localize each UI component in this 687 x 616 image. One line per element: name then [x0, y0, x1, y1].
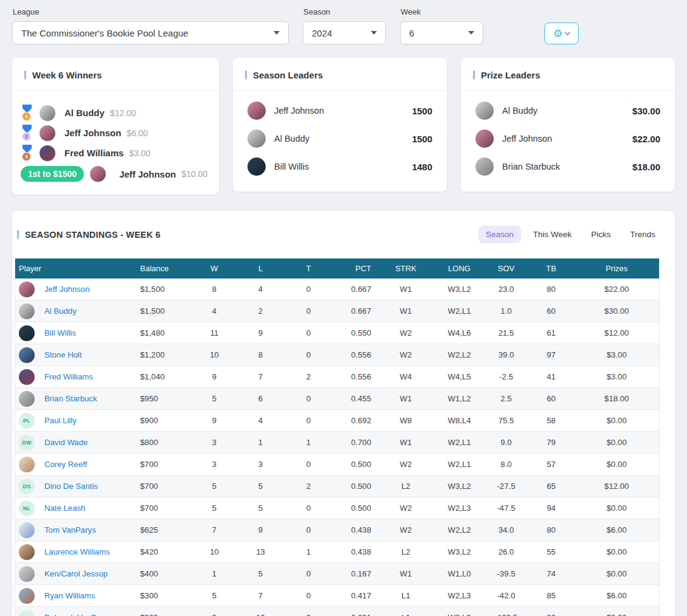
- settings-button[interactable]: ⚙: [544, 22, 579, 44]
- filter-bar: League The Commissioner's Bookie Pool Le…: [0, 0, 687, 44]
- avatar: [247, 157, 266, 176]
- season-leaders-title: Season Leaders: [253, 70, 323, 80]
- avatar: [19, 347, 35, 363]
- leader-row: Brian Starbuck $18.00: [475, 153, 660, 181]
- table-row: Ryan Williams $300570 0.417L1W2,L3-42.0 …: [15, 585, 660, 607]
- table-row: Tom VanParys $625790 0.438W2W2,L234.0 80…: [15, 519, 660, 541]
- leader-name: Al Buddy: [502, 106, 537, 116]
- column-header: LONG: [435, 258, 485, 279]
- leader-name: Brian Starbuck: [502, 162, 560, 171]
- league-select[interactable]: The Commissioner's Bookie Pool League: [12, 21, 289, 44]
- accent-bar: [245, 71, 247, 80]
- column-header: SOV: [485, 258, 528, 279]
- week-select[interactable]: 6: [400, 21, 483, 44]
- column-header: Player: [15, 258, 137, 279]
- avatar: [247, 102, 266, 120]
- season-select[interactable]: 2024: [303, 21, 386, 44]
- season-field: Season 2024: [303, 6, 386, 44]
- avatar: [19, 544, 35, 560]
- table-row: DS Dino De Santis $700552 0.500L2W3,L2-2…: [15, 476, 660, 497]
- player-link[interactable]: Ken/Carol Jessop: [44, 569, 108, 578]
- medal-rank: 2: [22, 132, 31, 141]
- player-link[interactable]: Paul Lilly: [44, 416, 77, 425]
- caret-down-icon: [274, 31, 280, 35]
- winner-amount: $6.00: [126, 128, 148, 138]
- leader-row: Jeff Johnson $22.00: [475, 125, 660, 153]
- standings-tab[interactable]: Trends: [623, 226, 663, 243]
- winner-name: Al Buddy: [64, 108, 105, 118]
- table-row: NL Nate Leash $700550 0.500W2W2,L3-47.5 …: [15, 497, 660, 519]
- standings-tab[interactable]: Picks: [584, 226, 618, 243]
- standings-tab[interactable]: Season: [478, 226, 521, 243]
- week-field: Week 6: [400, 6, 483, 44]
- winner-name: Jeff Johnson: [64, 128, 121, 138]
- player-link[interactable]: Ryan Williams: [44, 591, 95, 600]
- player-link[interactable]: Al Buddy: [44, 306, 77, 316]
- column-header: Prizes: [575, 258, 660, 279]
- player-link[interactable]: Corey Reeff: [44, 460, 87, 469]
- leader-value: 1480: [412, 162, 432, 172]
- season-select-value: 2024: [312, 28, 332, 38]
- table-row: PL Paul Lilly $900940 0.692W8W8,L475.5 5…: [15, 410, 660, 432]
- leader-row: Al Buddy $30.00: [475, 97, 660, 125]
- column-header: PCT: [333, 258, 378, 279]
- week-winners-header: Week 6 Winners: [12, 58, 219, 91]
- avatar: [19, 369, 35, 385]
- week-winners-title: Week 6 Winners: [32, 70, 102, 80]
- avatar: DS: [19, 479, 35, 494]
- table-body: Jeff Johnson $1,500840 0.667W1W3,L223.0 …: [15, 279, 660, 616]
- avatar: PL: [19, 413, 35, 429]
- avatar: [90, 166, 106, 182]
- winner-row: 1 Al Buddy $12.00: [21, 103, 208, 123]
- avatar: [19, 457, 35, 472]
- player-link[interactable]: Bill Willis: [44, 328, 76, 337]
- standings-title: SEASON STANDINGS - WEEK 6: [25, 230, 161, 240]
- column-header: T: [285, 258, 333, 279]
- avatar: [247, 130, 266, 148]
- player-link[interactable]: Dino De Santis: [44, 482, 98, 491]
- player-link[interactable]: David Wade: [44, 438, 88, 447]
- player-link[interactable]: Brian Starbuck: [44, 394, 97, 403]
- gear-icon: ⚙: [553, 29, 562, 39]
- standings-tabs: SeasonThis WeekPicksTrends: [478, 226, 663, 243]
- prize-leaders-header: Prize Leaders: [461, 58, 675, 91]
- column-header: W: [193, 258, 236, 279]
- summary-cards: Week 6 Winners 1 Al Buddy $12.00 2 Jeff …: [12, 58, 675, 195]
- winner-row: 2 Jeff Johnson $6.00: [21, 123, 208, 143]
- avatar: DW: [19, 435, 35, 451]
- winner-amount: $3.00: [129, 148, 150, 158]
- avatar: [19, 522, 35, 538]
- player-link[interactable]: Nate Leash: [44, 504, 85, 513]
- week-label: Week: [401, 7, 483, 16]
- avatar: [19, 325, 35, 341]
- player-link[interactable]: Jeff Johnson: [44, 285, 90, 294]
- avatar: DV: [19, 610, 35, 616]
- player-link[interactable]: Fred Williams: [44, 372, 93, 381]
- table-row: Brian Starbuck $950560 0.455W1W1,L22.5 6…: [15, 388, 660, 410]
- medal-rank: 3: [22, 152, 31, 161]
- table-row: Laurence Williams $42010131 0.438L2W3,L2…: [15, 541, 660, 563]
- avatar: [19, 588, 35, 604]
- standings-tab[interactable]: This Week: [526, 226, 579, 243]
- league-select-value: The Commissioner's Bookie Pool League: [21, 28, 188, 38]
- player-link[interactable]: Tom VanParys: [44, 525, 96, 535]
- avatar: [475, 130, 494, 148]
- player-link[interactable]: Laurence Williams: [44, 547, 110, 556]
- player-link[interactable]: Deborah VanParys: [44, 613, 111, 616]
- first-to-1500-badge: 1st to $1500: [21, 166, 84, 182]
- week-select-value: 6: [409, 28, 414, 38]
- caret-down-icon: [371, 31, 377, 35]
- table-row: Bill Willis $1,4801190 0.550W2W4,L621.5 …: [15, 322, 660, 344]
- prize-leaders-title: Prize Leaders: [481, 70, 540, 80]
- prize-leaders-list: Al Buddy $30.00 Jeff Johnson $22.00 Bria…: [461, 91, 675, 181]
- season-label: Season: [303, 7, 386, 16]
- player-link[interactable]: Stone Holt: [44, 350, 82, 359]
- leader-name: Bill Willis: [274, 162, 309, 171]
- leader-name: Jeff Johnson: [502, 134, 552, 144]
- prize-leaders-card: Prize Leaders Al Buddy $30.00 Jeff Johns…: [461, 58, 675, 192]
- column-header: STRK: [378, 258, 435, 279]
- leader-row: Jeff Johnson 1500: [247, 97, 432, 125]
- medal-icon: 2: [21, 125, 34, 141]
- avatar: [475, 157, 494, 176]
- standings-card: SEASON STANDINGS - WEEK 6 SeasonThis Wee…: [12, 211, 675, 616]
